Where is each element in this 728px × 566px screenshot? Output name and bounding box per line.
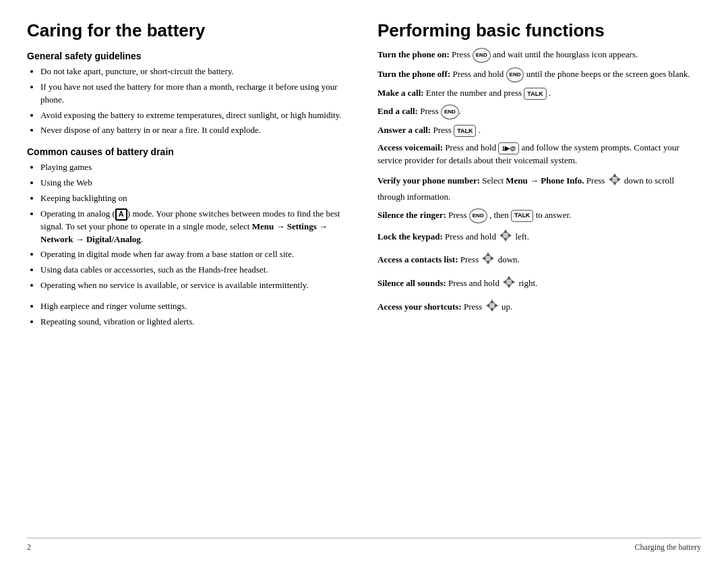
extra-bullets: High earpiece and ringer volume settings… — [27, 300, 351, 329]
section-battery-drain: Common causes of battery drain Playing g… — [27, 146, 351, 292]
func-silence-ringer: Silence the ringer: Press END , then TAL… — [377, 208, 701, 223]
svg-marker-5 — [504, 229, 508, 233]
right-column: Performing basic functions Turn the phon… — [377, 20, 701, 527]
nav-icon — [481, 251, 495, 270]
svg-marker-21 — [490, 308, 494, 312]
func-label: Silence the ringer: — [377, 210, 446, 220]
list-item: Using the Web — [40, 177, 351, 190]
list-item: Never dispose of any battery in or near … — [40, 124, 351, 137]
right-title: Performing basic functions — [377, 20, 701, 41]
end-button-icon: END — [473, 48, 491, 63]
func-lock-keypad: Lock the keypad: Press and hold left. — [377, 228, 701, 247]
section1-heading: General safety guidelines — [27, 51, 351, 61]
func-label: End a call: — [377, 106, 418, 116]
list-item: Do not take apart, puncture, or short-ci… — [40, 65, 351, 78]
func-turn-on: Turn the phone on: Press END and wait un… — [377, 48, 701, 63]
svg-marker-22 — [486, 304, 489, 308]
svg-rect-24 — [489, 303, 495, 308]
svg-rect-4 — [612, 177, 617, 182]
svg-rect-19 — [506, 279, 512, 285]
func-verify-number: Verify your phone number: Select Menu → … — [377, 172, 701, 204]
svg-marker-1 — [613, 182, 617, 186]
svg-marker-15 — [507, 276, 511, 279]
section-general-safety: General safety guidelines Do not take ap… — [27, 51, 351, 137]
list-item: Operating in digital mode when far away … — [40, 248, 351, 261]
footer: 2 Charging the battery — [27, 538, 701, 553]
list-item: Operating in analog (A) mode. Your phone… — [40, 208, 351, 246]
svg-marker-13 — [491, 256, 494, 260]
svg-marker-2 — [609, 177, 612, 181]
talk-button-icon: TALK — [454, 125, 476, 137]
analog-icon: A — [115, 208, 127, 221]
func-label: Verify your phone number: — [377, 175, 480, 186]
func-turn-off: Turn the phone off: Press and hold END u… — [377, 67, 701, 82]
voicemail-button-icon: 1▶@ — [498, 142, 519, 154]
end-button-icon: END — [441, 105, 459, 119]
list-item: Operating when no service is available, … — [40, 279, 351, 292]
func-silence-all: Silence all sounds: Press and hold right… — [377, 275, 701, 293]
func-label: Access your shortcuts: — [377, 302, 462, 312]
end-button-icon: END — [506, 67, 524, 82]
svg-marker-3 — [617, 177, 621, 181]
svg-marker-16 — [507, 285, 511, 288]
nav-icon — [485, 298, 499, 317]
func-contacts: Access a contacts list: Press down. — [377, 251, 701, 270]
list-item: High earpiece and ringer volume settings… — [40, 300, 351, 313]
svg-marker-10 — [486, 252, 490, 256]
svg-marker-8 — [508, 233, 512, 237]
func-label: Answer a call: — [377, 125, 431, 135]
list-item: Repeating sound, vibration or lighted al… — [40, 316, 351, 329]
svg-marker-18 — [512, 280, 515, 284]
svg-marker-0 — [613, 173, 617, 177]
svg-marker-12 — [482, 256, 485, 260]
svg-marker-20 — [490, 300, 494, 303]
end-button-icon: END — [469, 208, 487, 223]
footer-section-title: Charging the battery — [635, 542, 701, 553]
section2-heading: Common causes of battery drain — [27, 146, 351, 157]
func-label: Access voicemail: — [377, 142, 443, 152]
svg-rect-9 — [503, 233, 508, 238]
section2-list: Playing games Using the Web Keeping back… — [27, 161, 351, 292]
svg-marker-11 — [486, 261, 490, 264]
list-item: If you have not used the battery for mor… — [40, 81, 351, 107]
func-label: Turn the phone on: — [377, 49, 450, 59]
func-voicemail: Access voicemail: Press and hold 1▶@ and… — [377, 142, 701, 167]
list-item: Keeping backlighting on — [40, 192, 351, 205]
section1-list: Do not take apart, puncture, or short-ci… — [27, 65, 351, 137]
func-label: Make a call: — [377, 88, 424, 98]
left-column: Caring for the battery General safety gu… — [27, 20, 351, 527]
func-label: Silence all sounds: — [377, 278, 446, 288]
func-answer-call: Answer a call: Press TALK . — [377, 124, 701, 137]
nav-icon — [502, 275, 516, 293]
svg-marker-6 — [504, 238, 508, 242]
nav-icon — [607, 172, 622, 191]
left-title: Caring for the battery — [27, 20, 351, 41]
func-shortcuts: Access your shortcuts: Press up. — [377, 298, 701, 317]
func-label: Turn the phone off: — [377, 69, 450, 79]
svg-marker-23 — [495, 304, 498, 308]
list-item: Using data cables or accessories, such a… — [40, 264, 351, 277]
func-label: Lock the keypad: — [377, 231, 443, 241]
talk-button-icon: TALK — [524, 88, 546, 100]
content-area: Caring for the battery General safety gu… — [27, 20, 701, 527]
footer-page-number: 2 — [27, 542, 31, 553]
nav-icon — [498, 228, 513, 247]
func-label: Access a contacts list: — [377, 254, 458, 264]
func-make-call: Make a call: Enter the number and press … — [377, 87, 701, 100]
page: Caring for the battery General safety gu… — [0, 0, 728, 566]
svg-marker-17 — [503, 280, 506, 284]
talk-button-icon: TALK — [511, 210, 533, 222]
func-end-call: End a call: Press END. — [377, 105, 701, 119]
svg-rect-14 — [485, 256, 491, 261]
svg-marker-7 — [499, 233, 503, 237]
list-item: Avoid exposing the battery to extreme te… — [40, 109, 351, 122]
list-item: Playing games — [40, 161, 351, 174]
